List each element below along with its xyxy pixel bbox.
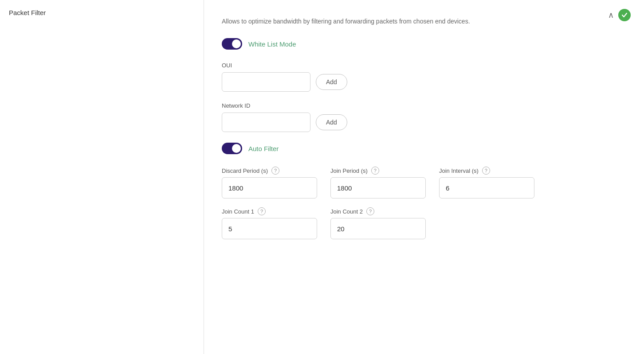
join-period-label: Join Period (s) <box>330 167 368 174</box>
join-count2-help-icon[interactable]: ? <box>366 207 374 215</box>
join-interval-help-icon[interactable]: ? <box>482 167 490 175</box>
discard-period-label-row: Discard Period (s) ? <box>222 167 317 175</box>
join-count2-label: Join Count 2 <box>330 208 363 215</box>
main-content: ∧ Allows to optimize bandwidth by filter… <box>204 0 644 354</box>
auto-filter-fields: Discard Period (s) ? Join Period (s) ? <box>222 167 626 239</box>
network-id-label: Network ID <box>222 102 626 109</box>
oui-section: OUI Add <box>222 62 626 92</box>
join-interval-input[interactable] <box>439 177 534 198</box>
join-period-label-row: Join Period (s) ? <box>330 167 426 175</box>
join-count1-label-row: Join Count 1 ? <box>222 207 317 215</box>
question-mark: ? <box>485 168 487 173</box>
discard-period-help-icon[interactable]: ? <box>271 167 279 175</box>
question-mark: ? <box>374 168 377 173</box>
network-id-input[interactable] <box>222 113 310 132</box>
top-controls: ∧ <box>608 9 631 21</box>
page-description: Allows to optimize bandwidth by filterin… <box>222 13 554 25</box>
join-interval-label-row: Join Interval (s) ? <box>439 167 534 175</box>
join-count2-input[interactable] <box>330 218 426 239</box>
join-count1-label: Join Count 1 <box>222 208 254 215</box>
join-interval-label: Join Interval (s) <box>439 167 479 174</box>
sidebar: Packet Filter <box>0 0 204 354</box>
discard-period-input[interactable] <box>222 177 317 198</box>
join-count1-input[interactable] <box>222 218 317 239</box>
network-id-field-row: Add <box>222 113 626 132</box>
saved-indicator <box>618 9 631 21</box>
auto-filter-toggle-row: Auto Filter <box>222 143 626 154</box>
white-list-toggle-row: White List Mode <box>222 38 626 50</box>
network-id-section: Network ID Add <box>222 102 626 132</box>
white-list-toggle[interactable] <box>222 38 242 50</box>
join-count2-label-row: Join Count 2 ? <box>330 207 426 215</box>
join-interval-group: Join Interval (s) ? <box>439 167 534 198</box>
join-period-group: Join Period (s) ? <box>330 167 426 198</box>
collapse-button[interactable]: ∧ <box>608 10 614 20</box>
join-period-help-icon[interactable]: ? <box>371 167 379 175</box>
chevron-up-icon: ∧ <box>608 10 614 20</box>
white-list-label: White List Mode <box>248 40 296 48</box>
join-period-input[interactable] <box>330 177 426 198</box>
auto-filter-section: Auto Filter Discard Period (s) ? Join Pe… <box>222 143 626 239</box>
join-count1-help-icon[interactable]: ? <box>258 207 266 215</box>
auto-filter-toggle[interactable] <box>222 143 242 154</box>
join-count2-group: Join Count 2 ? <box>330 207 426 239</box>
network-id-add-button[interactable]: Add <box>316 114 347 130</box>
oui-label: OUI <box>222 62 626 69</box>
sidebar-title: Packet Filter <box>9 9 195 16</box>
oui-field-row: Add <box>222 72 626 92</box>
oui-input[interactable] <box>222 72 310 92</box>
check-icon <box>621 12 628 19</box>
question-mark: ? <box>274 168 277 173</box>
question-mark: ? <box>369 209 372 214</box>
join-count1-group: Join Count 1 ? <box>222 207 317 239</box>
discard-period-group: Discard Period (s) ? <box>222 167 317 198</box>
auto-filter-label: Auto Filter <box>248 145 279 152</box>
question-mark: ? <box>260 209 263 214</box>
discard-period-label: Discard Period (s) <box>222 167 268 174</box>
oui-add-button[interactable]: Add <box>316 74 347 90</box>
